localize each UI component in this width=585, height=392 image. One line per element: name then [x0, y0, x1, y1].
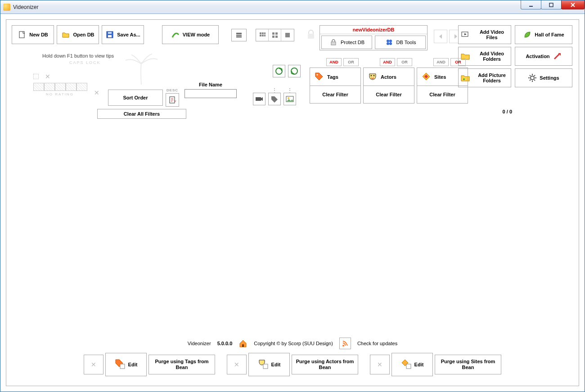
- view-mode-button[interactable]: VIEW mode: [162, 25, 219, 44]
- folder-open-icon: [61, 30, 70, 39]
- site-edit-icon: [401, 359, 412, 370]
- actors-and-button[interactable]: AND: [380, 58, 395, 66]
- sites-x-button[interactable]: ✕: [370, 355, 390, 374]
- sites-filter-card: AND OR Sites Clear Filter: [417, 68, 468, 104]
- svg-rect-1: [549, 3, 553, 7]
- lock-small-icon: [329, 38, 338, 47]
- home-icon[interactable]: [238, 339, 248, 348]
- media-tag-button[interactable]: [268, 93, 281, 105]
- close-button[interactable]: [561, 0, 585, 9]
- add-video-folders-button[interactable]: Add Video Folders: [458, 47, 511, 66]
- purge-sites-button[interactable]: Purge using Sites from Bean: [435, 355, 501, 374]
- purge-actors-button[interactable]: Purge using Actors from Bean: [292, 355, 358, 374]
- label: Sites: [434, 74, 446, 80]
- filename-input[interactable]: [184, 89, 237, 98]
- gear-icon: [528, 73, 537, 82]
- actors-edit-button[interactable]: Edit: [248, 353, 290, 376]
- svg-rect-19: [272, 36, 274, 38]
- refresh-right-button[interactable]: [288, 65, 301, 77]
- svg-point-51: [374, 75, 375, 76]
- view-grid-medium-button[interactable]: [269, 29, 281, 41]
- sort-order-button[interactable]: Sort Order: [108, 90, 163, 106]
- activation-icon: [553, 52, 562, 61]
- sites-or-button[interactable]: OR: [450, 58, 466, 66]
- sites-button[interactable]: Sites: [417, 68, 468, 86]
- media-camera-button[interactable]: [253, 93, 266, 105]
- svg-rect-11: [260, 32, 261, 34]
- activation-button[interactable]: Activation: [515, 47, 572, 66]
- tags-clear-button[interactable]: Clear Filter: [310, 86, 360, 103]
- check-updates-button[interactable]: [339, 338, 351, 349]
- label: Edit: [128, 362, 138, 367]
- hall-of-fame-button[interactable]: Hall of Fame: [515, 25, 572, 44]
- rating-stars[interactable]: [33, 83, 87, 91]
- svg-marker-46: [261, 97, 263, 101]
- svg-rect-20: [275, 36, 278, 38]
- tags-and-button[interactable]: AND: [326, 58, 342, 66]
- label: Purge using Actors from Bean: [292, 359, 358, 370]
- media-image-button[interactable]: [284, 93, 296, 105]
- actors-clear-button[interactable]: Clear Filter: [364, 86, 414, 103]
- label: DB Tools: [396, 40, 416, 45]
- rating-clear2-icon[interactable]: ✕: [94, 89, 99, 96]
- purge-tags-button[interactable]: Purge using Tags from Bean: [148, 355, 215, 374]
- tags-button[interactable]: Tags: [310, 68, 360, 86]
- view-grid-small-button[interactable]: [256, 29, 269, 41]
- db-panel: newVideonizerDB Protect DB DB Tools: [320, 25, 428, 50]
- label: Add Video Folders: [474, 51, 510, 62]
- version-label: 5.0.0.0: [217, 341, 233, 346]
- label: Hall of Fame: [535, 32, 564, 37]
- camera-icon: [255, 95, 264, 104]
- label: Open DB: [73, 32, 94, 37]
- protect-db-button[interactable]: Protect DB: [321, 36, 372, 49]
- nav-prev-button[interactable]: [434, 30, 447, 43]
- copyright-label: Copyright © by Scorp (SUU Design): [254, 341, 333, 346]
- actors-button[interactable]: Actors: [364, 68, 414, 86]
- actors-edit-cluster: ✕ Edit Purge using Actors from Bean: [227, 353, 358, 376]
- clear-all-filters-button[interactable]: Clear All Filters: [97, 109, 186, 119]
- desc-toggle-button[interactable]: [166, 93, 179, 107]
- svg-rect-16: [264, 35, 266, 36]
- open-db-button[interactable]: Open DB: [57, 25, 99, 44]
- actors-or-button[interactable]: OR: [397, 58, 412, 66]
- actors-x-button[interactable]: ✕: [227, 355, 247, 374]
- tags-or-button[interactable]: OR: [343, 58, 359, 66]
- db-tools-button[interactable]: DB Tools: [375, 36, 426, 49]
- desc-label: DESC: [166, 88, 178, 92]
- new-db-button[interactable]: New DB: [12, 25, 54, 44]
- site-icon: [422, 72, 431, 82]
- settings-button[interactable]: Settings: [515, 68, 572, 87]
- client-area: New DB Open DB Save As... VIEW mode: [6, 19, 579, 386]
- label: Save As...: [117, 32, 140, 37]
- svg-rect-18: [275, 32, 278, 35]
- tags-edit-button[interactable]: Edit: [105, 353, 147, 376]
- label: Add Video Files: [474, 29, 510, 40]
- view-list-button[interactable]: [231, 29, 247, 41]
- label: Edit: [414, 362, 424, 367]
- tags-edit-cluster: ✕ Edit Purge using Tags from Bean: [84, 353, 215, 376]
- svg-rect-56: [120, 364, 125, 369]
- view-grid-large-button[interactable]: [281, 29, 294, 41]
- label: Sort Order: [123, 95, 148, 100]
- image-small-icon: [285, 95, 294, 104]
- rating-checkbox-icon[interactable]: [33, 74, 39, 79]
- add-video-files-button[interactable]: Add Video Files: [458, 25, 511, 44]
- svg-rect-57: [263, 364, 268, 369]
- sites-and-button[interactable]: AND: [433, 58, 449, 66]
- titlebar[interactable]: Videonizer: [0, 0, 585, 14]
- label: New DB: [29, 32, 48, 37]
- maximize-button[interactable]: [541, 0, 562, 9]
- sites-edit-button[interactable]: Edit: [392, 353, 433, 376]
- svg-line-39: [530, 80, 531, 81]
- svg-rect-6: [108, 35, 112, 37]
- tags-filter-card: AND OR Tags Clear Filter: [310, 68, 361, 104]
- sites-edit-cluster: ✕ Edit Purge using Sites from Bean: [370, 353, 501, 376]
- minimize-button[interactable]: [521, 0, 541, 9]
- tags-x-button[interactable]: ✕: [84, 355, 104, 374]
- refresh-left-button[interactable]: [273, 65, 285, 77]
- label: Protect DB: [341, 40, 364, 45]
- sites-clear-button[interactable]: Clear Filter: [417, 86, 468, 103]
- rating-clear-icon[interactable]: ✕: [45, 73, 50, 80]
- save-as-button[interactable]: Save As...: [102, 25, 144, 44]
- window-title: Videonizer: [13, 4, 38, 10]
